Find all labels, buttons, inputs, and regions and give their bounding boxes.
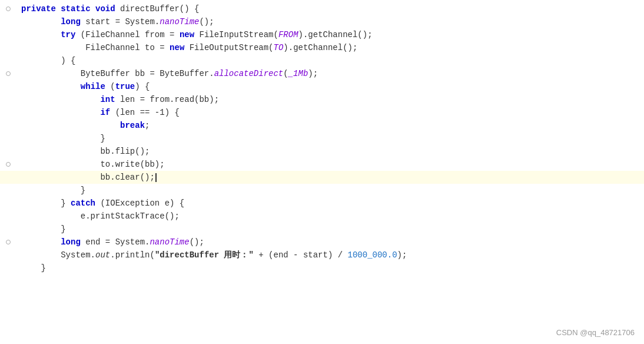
code-line: System.out.println("directBuffer 用时：" + … [0,249,644,262]
breakpoint-dot [6,240,11,244]
code-line: FileChannel to = new FileOutputStream(TO… [0,41,644,54]
gutter [0,2,16,15]
code-line: long end = System.nanoTime(); [0,236,644,249]
code-line: } catch (IOException e) { [0,197,644,210]
line-content: FileChannel to = new FileOutputStream(TO… [16,41,644,54]
gutter [0,249,16,262]
line-content: long start = System.nanoTime(); [16,15,644,28]
code-line: int len = from.read(bb); [0,93,644,106]
line-content: int len = from.read(bb); [16,93,644,106]
line-content: if (len == -1) { [16,106,644,119]
line-content: long end = System.nanoTime(); [16,236,644,249]
line-content: } [16,132,644,145]
gutter [0,236,16,249]
line-content: while (true) { [16,80,644,93]
gutter [0,106,16,119]
code-line: long start = System.nanoTime(); [0,15,644,28]
line-content: e.printStackTrace(); [16,210,644,223]
code-line: to.write(bb); [0,158,644,171]
code-line: } [0,223,644,236]
code-line: } [0,262,644,274]
line-content: try (FileChannel from = new FileInputStr… [16,28,644,41]
line-content: break; [16,119,644,132]
line-content: } [16,223,644,236]
watermark-label: CSDN @qq_48721706 [556,326,635,339]
gutter [0,262,16,274]
gutter [0,158,16,171]
gutter [0,93,16,106]
gutter [0,41,16,54]
line-content: bb.flip(); [16,145,644,158]
line-content: ByteBuffer bb = ByteBuffer.allocateDirec… [16,67,644,80]
breakpoint-dot [6,71,11,76]
line-content: } catch (IOException e) { [16,197,644,210]
gutter [0,132,16,145]
line-content: ) { [16,54,644,67]
code-line: while (true) { [0,80,644,93]
line-content: } [16,262,644,274]
gutter [0,171,16,184]
breakpoint-dot [6,162,11,167]
line-content: } [16,184,644,197]
line-content: bb.clear(); [16,171,644,184]
code-line: try (FileChannel from = new FileInputStr… [0,28,644,41]
line-content: to.write(bb); [16,158,644,171]
code-line: private static void directBuffer() { [0,2,644,15]
code-area: private static void directBuffer() { lon… [0,0,644,277]
code-line: ) { [0,54,644,67]
code-line: break; [0,119,644,132]
gutter [0,119,16,132]
gutter [0,15,16,28]
gutter [0,145,16,158]
code-line: e.printStackTrace(); [0,210,644,223]
code-line: } [0,184,644,197]
line-content: private static void directBuffer() { [16,2,644,15]
code-container: private static void directBuffer() { lon… [0,0,644,344]
gutter [0,28,16,41]
line-content: System.out.println("directBuffer 用时：" + … [16,249,644,262]
code-line: if (len == -1) { [0,106,644,119]
gutter [0,197,16,210]
gutter [0,54,16,67]
breakpoint-dot [6,6,11,11]
code-line: } [0,132,644,145]
code-line: ByteBuffer bb = ByteBuffer.allocateDirec… [0,67,644,80]
gutter [0,67,16,80]
gutter [0,210,16,223]
gutter [0,80,16,93]
code-line: bb.flip(); [0,145,644,158]
gutter [0,184,16,197]
gutter [0,223,16,236]
code-line-highlighted: bb.clear(); [0,171,644,184]
